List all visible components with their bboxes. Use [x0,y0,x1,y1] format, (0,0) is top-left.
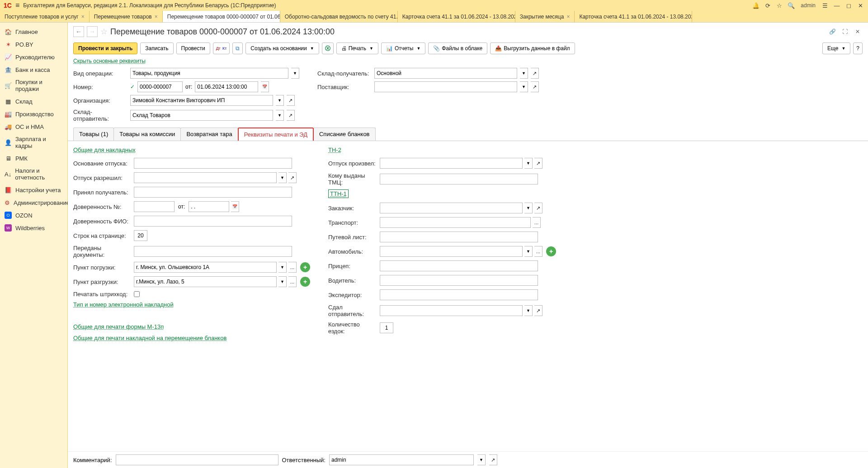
minimize-icon[interactable]: — [833,2,841,9]
tab-item[interactable]: Перемещение товаров× [90,11,163,22]
post-close-button[interactable]: Провести и закрыть [73,43,137,54]
dots-button[interactable]: … [534,246,542,257]
dots-button[interactable]: … [288,276,297,287]
doc-tab[interactable]: Списание бланков [313,128,376,141]
transport-input[interactable] [380,217,531,228]
blank-link[interactable]: Общие для печати накладной на перемещени… [73,335,310,341]
barcode-checkbox[interactable] [134,291,140,297]
close-icon[interactable]: ✕ [853,27,863,37]
ttn1-link[interactable]: ТТН-1 [328,189,349,198]
dropdown-button[interactable]: ▼ [291,68,299,79]
sender-input[interactable] [130,110,273,121]
excel-button[interactable]: ⓧ [322,43,334,54]
open-button[interactable]: ↗ [534,203,542,213]
sidebar-item[interactable]: 🏦Банк и касса [0,63,67,76]
files-button[interactable]: 📎Файлы в облаке [428,43,487,54]
dropdown-button[interactable]: ▼ [524,158,533,169]
issued-input[interactable] [380,174,538,184]
search-icon[interactable]: 🔍 [787,2,795,9]
forward-button[interactable]: → [87,26,98,37]
open-button[interactable]: ↗ [534,305,542,316]
dropdown-button[interactable]: ▼ [276,95,284,106]
post-button[interactable]: Провести [176,43,210,54]
sidebar-item[interactable]: WWildberries [0,222,67,234]
dots-button[interactable]: … [288,262,297,273]
tab-item[interactable]: Поступление товаров и услуг× [0,11,90,22]
dropdown-button[interactable]: ▼ [278,172,287,183]
trailer-input[interactable] [380,260,538,271]
lines-input[interactable] [134,230,147,241]
sidebar-item[interactable]: 🏠Главное [0,25,67,38]
customer-input[interactable] [380,203,523,213]
open-button[interactable]: ↗ [288,172,297,183]
calendar-button[interactable]: 📅 [231,201,239,212]
tab-item-active[interactable]: Перемещение товаров 0000-000007 от 01.06… [163,11,280,22]
allow-input[interactable] [134,172,277,183]
help-button[interactable]: ? [853,43,863,54]
sidebar-item[interactable]: 📕Настройки учета [0,184,67,196]
doc-tab[interactable]: Возвратная тара [180,128,238,141]
poa-fio-input[interactable] [134,216,292,227]
org-input[interactable] [130,95,273,106]
calendar-button[interactable]: 📅 [261,81,269,92]
dropdown-button[interactable]: ▼ [520,68,528,79]
menu-icon[interactable]: ≡ [15,1,19,9]
m13-link[interactable]: Общие для печати формы М-13п [73,323,310,330]
open-button[interactable]: ↗ [534,158,542,169]
link-icon[interactable]: 🔗 [827,27,837,37]
open-button[interactable]: ↗ [531,68,539,79]
structure-button[interactable]: ⧉ [232,43,243,54]
add-button[interactable]: + [300,277,310,287]
more-button[interactable]: Еще▼ [822,43,850,54]
close-icon[interactable]: × [155,14,158,20]
receiver-input[interactable] [374,68,517,79]
dropdown-button[interactable]: ▼ [276,110,284,121]
unload-input[interactable] [134,276,277,287]
tab-item[interactable]: Карточка счета 41.1 за 01.06.2024 - 13.0… [398,11,515,22]
sidebar-item[interactable]: 🖥РМК [0,152,67,165]
tn2-link[interactable]: ТН-2 [328,147,556,153]
waybill-input[interactable] [380,232,538,242]
close-icon[interactable]: × [566,14,570,20]
sender2-input[interactable] [380,305,523,316]
docs-input[interactable] [134,246,292,257]
supplier-input[interactable] [374,81,517,92]
sidebar-item[interactable]: 🛒Покупки и продажи [0,76,67,95]
star-icon[interactable]: ☆ [775,2,783,9]
poa-date-input[interactable] [189,201,229,212]
sidebar-item[interactable]: 🚚ОС и НМА [0,120,67,133]
sidebar-item[interactable]: ▦Склад [0,95,67,108]
dropdown-button[interactable]: ▼ [524,203,533,213]
sidebar-item[interactable]: ⚙Администрирование [0,196,67,209]
open-button[interactable]: ↗ [287,95,295,106]
forwarder-input[interactable] [380,289,538,300]
poa-num-input[interactable] [134,201,175,212]
export-button[interactable]: 📤Выгрузить данные в файл [490,43,575,54]
doc-tab[interactable]: Товары (1) [73,128,114,141]
hide-details-link[interactable]: Скрыть основные реквизиты [68,56,868,66]
sidebar-item[interactable]: 📈Руководителю [0,51,67,63]
open-button[interactable]: ↗ [531,81,539,92]
back-button[interactable]: ← [73,26,84,37]
add-button[interactable]: + [546,246,556,256]
tab-item[interactable]: Оборотно-сальдовая ведомость по счету 41… [280,11,398,22]
dots-button[interactable]: … [533,217,541,228]
close-icon[interactable]: × [81,14,85,20]
responsible-input[interactable] [329,454,474,465]
expand-icon[interactable]: ⛶ [840,27,850,37]
doc-tab[interactable]: Товары на комиссии [113,128,181,141]
reports-button[interactable]: 📊Отчеты▼ [381,43,425,54]
section-link[interactable]: Общие для накладных [73,147,310,153]
dtkt-button[interactable]: ДтКт [213,43,230,54]
number-input[interactable] [137,81,183,92]
sidebar-item[interactable]: OOZON [0,209,67,222]
restore-icon[interactable]: ◻ [844,2,853,9]
open-button[interactable]: ↗ [489,454,497,465]
create-based-button[interactable]: Создать на основании▼ [245,43,319,54]
date-input[interactable] [195,81,258,92]
sidebar-item[interactable]: А↓Налоги и отчетность [0,165,67,184]
received-input[interactable] [134,187,292,198]
tab-item[interactable]: Карточка счета 41.1 за 01.06.2024 - 13.0… [575,11,692,22]
print-button[interactable]: 🖨Печать▼ [336,43,378,54]
open-button[interactable]: ↗ [287,110,295,121]
